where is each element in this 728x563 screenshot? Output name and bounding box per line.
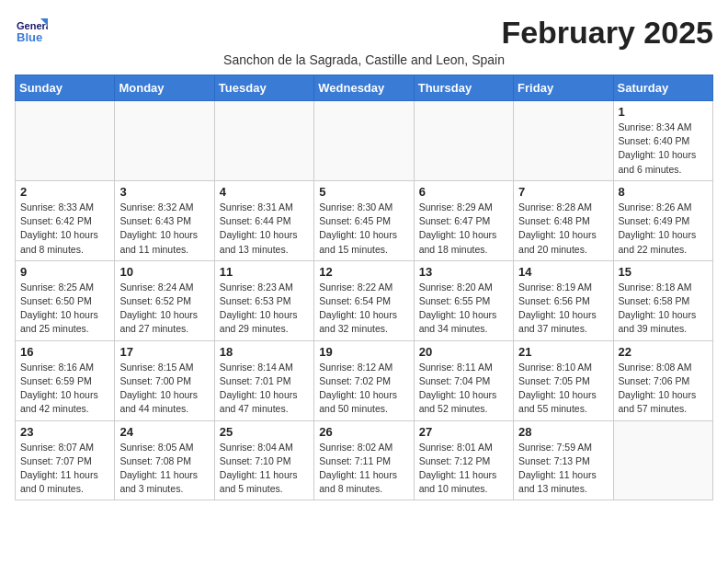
day-number: 6 <box>419 185 508 199</box>
calendar-day: 17Sunrise: 8:15 AM Sunset: 7:00 PM Dayli… <box>115 340 214 420</box>
day-number: 20 <box>419 345 508 359</box>
col-monday: Monday <box>115 75 214 101</box>
calendar-day: 24Sunrise: 8:05 AM Sunset: 7:08 PM Dayli… <box>115 420 214 500</box>
day-info: Sunrise: 8:05 AM Sunset: 7:08 PM Dayligh… <box>119 441 209 497</box>
day-info: Sunrise: 7:59 AM Sunset: 7:13 PM Dayligh… <box>518 441 608 497</box>
calendar-day: 4Sunrise: 8:31 AM Sunset: 6:44 PM Daylig… <box>214 180 313 260</box>
col-tuesday: Tuesday <box>214 75 313 101</box>
col-friday: Friday <box>514 75 613 101</box>
day-info: Sunrise: 8:18 AM Sunset: 6:58 PM Dayligh… <box>619 281 708 337</box>
day-number: 25 <box>220 425 309 439</box>
calendar-day <box>414 101 513 181</box>
calendar-day: 11Sunrise: 8:23 AM Sunset: 6:53 PM Dayli… <box>214 260 313 340</box>
day-number: 28 <box>518 425 608 439</box>
day-info: Sunrise: 8:23 AM Sunset: 6:53 PM Dayligh… <box>220 281 309 337</box>
col-wednesday: Wednesday <box>314 75 414 101</box>
day-info: Sunrise: 8:19 AM Sunset: 6:56 PM Dayligh… <box>518 281 608 337</box>
logo: General Blue <box>15 15 48 48</box>
calendar-day: 12Sunrise: 8:22 AM Sunset: 6:54 PM Dayli… <box>314 260 414 340</box>
day-number: 22 <box>619 345 708 359</box>
calendar-table: Sunday Monday Tuesday Wednesday Thursday… <box>15 75 713 500</box>
day-info: Sunrise: 8:25 AM Sunset: 6:50 PM Dayligh… <box>20 281 109 337</box>
calendar-day: 20Sunrise: 8:11 AM Sunset: 7:04 PM Dayli… <box>414 340 513 420</box>
calendar-day: 21Sunrise: 8:10 AM Sunset: 7:05 PM Dayli… <box>514 340 613 420</box>
day-number: 19 <box>319 345 408 359</box>
day-info: Sunrise: 8:12 AM Sunset: 7:02 PM Dayligh… <box>319 361 408 417</box>
day-info: Sunrise: 8:20 AM Sunset: 6:55 PM Dayligh… <box>419 281 508 337</box>
day-number: 18 <box>220 345 309 359</box>
calendar-day: 26Sunrise: 8:02 AM Sunset: 7:11 PM Dayli… <box>314 420 414 500</box>
col-saturday: Saturday <box>613 75 712 101</box>
calendar-day: 7Sunrise: 8:28 AM Sunset: 6:48 PM Daylig… <box>514 180 613 260</box>
day-number: 10 <box>119 265 209 279</box>
calendar-day: 25Sunrise: 8:04 AM Sunset: 7:10 PM Dayli… <box>214 420 313 500</box>
day-number: 13 <box>419 265 508 279</box>
calendar-header-row: Sunday Monday Tuesday Wednesday Thursday… <box>16 75 713 101</box>
day-info: Sunrise: 8:11 AM Sunset: 7:04 PM Dayligh… <box>419 361 508 417</box>
calendar-day: 9Sunrise: 8:25 AM Sunset: 6:50 PM Daylig… <box>16 260 115 340</box>
calendar-day: 19Sunrise: 8:12 AM Sunset: 7:02 PM Dayli… <box>314 340 414 420</box>
day-info: Sunrise: 8:26 AM Sunset: 6:49 PM Dayligh… <box>619 201 708 257</box>
day-number: 12 <box>319 265 408 279</box>
day-info: Sunrise: 8:34 AM Sunset: 6:40 PM Dayligh… <box>619 121 708 177</box>
day-info: Sunrise: 8:07 AM Sunset: 7:07 PM Dayligh… <box>20 441 109 497</box>
day-info: Sunrise: 8:24 AM Sunset: 6:52 PM Dayligh… <box>119 281 209 337</box>
day-number: 26 <box>319 425 408 439</box>
calendar-day <box>314 101 414 181</box>
calendar-day <box>214 101 313 181</box>
col-thursday: Thursday <box>414 75 513 101</box>
day-number: 27 <box>419 425 508 439</box>
day-info: Sunrise: 8:10 AM Sunset: 7:05 PM Dayligh… <box>518 361 608 417</box>
svg-text:Blue: Blue <box>17 30 42 44</box>
calendar-week-3: 16Sunrise: 8:16 AM Sunset: 6:59 PM Dayli… <box>16 340 713 420</box>
day-number: 11 <box>220 265 309 279</box>
day-info: Sunrise: 8:08 AM Sunset: 7:06 PM Dayligh… <box>619 361 708 417</box>
calendar-day: 6Sunrise: 8:29 AM Sunset: 6:47 PM Daylig… <box>414 180 513 260</box>
calendar-week-0: 1Sunrise: 8:34 AM Sunset: 6:40 PM Daylig… <box>16 101 713 181</box>
day-info: Sunrise: 8:15 AM Sunset: 7:00 PM Dayligh… <box>119 361 209 417</box>
day-number: 21 <box>518 345 608 359</box>
month-title: February 2025 <box>501 15 713 51</box>
calendar-day: 22Sunrise: 8:08 AM Sunset: 7:06 PM Dayli… <box>613 340 712 420</box>
calendar-day: 15Sunrise: 8:18 AM Sunset: 6:58 PM Dayli… <box>613 260 712 340</box>
calendar-day: 8Sunrise: 8:26 AM Sunset: 6:49 PM Daylig… <box>613 180 712 260</box>
day-number: 3 <box>119 185 209 199</box>
calendar-day: 3Sunrise: 8:32 AM Sunset: 6:43 PM Daylig… <box>115 180 214 260</box>
day-info: Sunrise: 8:32 AM Sunset: 6:43 PM Dayligh… <box>119 201 209 257</box>
day-number: 1 <box>619 105 708 119</box>
day-info: Sunrise: 8:04 AM Sunset: 7:10 PM Dayligh… <box>220 441 309 497</box>
calendar-day <box>16 101 115 181</box>
day-info: Sunrise: 8:29 AM Sunset: 6:47 PM Dayligh… <box>419 201 508 257</box>
day-info: Sunrise: 8:22 AM Sunset: 6:54 PM Dayligh… <box>319 281 408 337</box>
calendar-day: 16Sunrise: 8:16 AM Sunset: 6:59 PM Dayli… <box>16 340 115 420</box>
day-info: Sunrise: 8:02 AM Sunset: 7:11 PM Dayligh… <box>319 441 408 497</box>
day-number: 17 <box>119 345 209 359</box>
calendar-week-1: 2Sunrise: 8:33 AM Sunset: 6:42 PM Daylig… <box>16 180 713 260</box>
day-info: Sunrise: 8:14 AM Sunset: 7:01 PM Dayligh… <box>220 361 309 417</box>
calendar-day <box>514 101 613 181</box>
day-info: Sunrise: 8:16 AM Sunset: 6:59 PM Dayligh… <box>20 361 109 417</box>
col-sunday: Sunday <box>16 75 115 101</box>
day-info: Sunrise: 8:31 AM Sunset: 6:44 PM Dayligh… <box>220 201 309 257</box>
calendar-day: 28Sunrise: 7:59 AM Sunset: 7:13 PM Dayli… <box>514 420 613 500</box>
calendar-day: 23Sunrise: 8:07 AM Sunset: 7:07 PM Dayli… <box>16 420 115 500</box>
calendar-day: 2Sunrise: 8:33 AM Sunset: 6:42 PM Daylig… <box>16 180 115 260</box>
day-number: 5 <box>319 185 408 199</box>
calendar-day: 5Sunrise: 8:30 AM Sunset: 6:45 PM Daylig… <box>314 180 414 260</box>
day-number: 14 <box>518 265 608 279</box>
calendar-week-4: 23Sunrise: 8:07 AM Sunset: 7:07 PM Dayli… <box>16 420 713 500</box>
calendar-day <box>115 101 214 181</box>
day-number: 8 <box>619 185 708 199</box>
day-number: 15 <box>619 265 708 279</box>
day-info: Sunrise: 8:30 AM Sunset: 6:45 PM Dayligh… <box>319 201 408 257</box>
calendar-day: 27Sunrise: 8:01 AM Sunset: 7:12 PM Dayli… <box>414 420 513 500</box>
day-number: 2 <box>20 185 109 199</box>
day-number: 23 <box>20 425 109 439</box>
day-number: 24 <box>119 425 209 439</box>
day-info: Sunrise: 8:33 AM Sunset: 6:42 PM Dayligh… <box>20 201 109 257</box>
logo-icon: General Blue <box>15 15 48 48</box>
calendar-day: 10Sunrise: 8:24 AM Sunset: 6:52 PM Dayli… <box>115 260 214 340</box>
day-info: Sunrise: 8:28 AM Sunset: 6:48 PM Dayligh… <box>518 201 608 257</box>
calendar-day: 14Sunrise: 8:19 AM Sunset: 6:56 PM Dayli… <box>514 260 613 340</box>
day-info: Sunrise: 8:01 AM Sunset: 7:12 PM Dayligh… <box>419 441 508 497</box>
